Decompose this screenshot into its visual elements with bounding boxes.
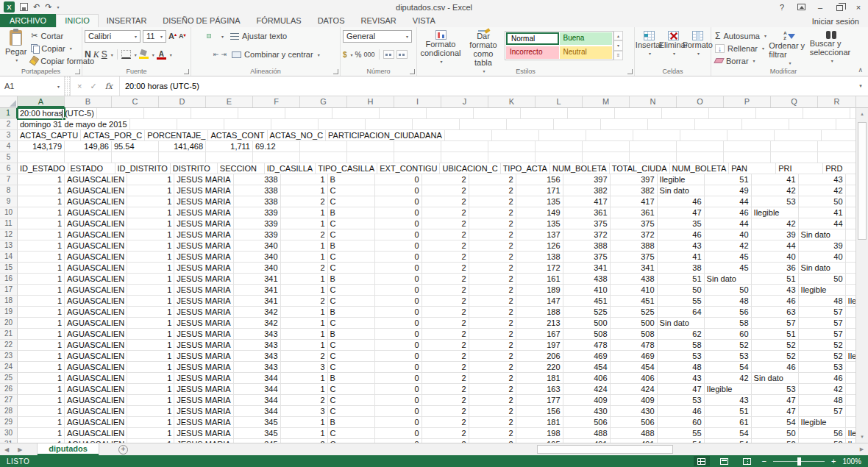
cell-C16[interactable]: 1 (127, 274, 174, 285)
cell-C27[interactable]: 1 (127, 395, 174, 406)
row-header-17[interactable]: 17 (0, 285, 18, 296)
cell-D27[interactable]: JESUS MARIA (174, 395, 233, 406)
tab-revisar[interactable]: REVISAR (353, 14, 405, 27)
redo-icon[interactable]: ↷ (45, 1, 51, 13)
cell-F25[interactable]: 1 (281, 373, 328, 384)
cell-D8[interactable]: JESUS MARIA (174, 185, 233, 196)
cell-E12[interactable]: 339 (234, 229, 281, 240)
cell-C19[interactable]: 1 (127, 307, 174, 318)
cell-I23[interactable]: 2 (422, 351, 469, 362)
cell-D16[interactable]: JESUS MARIA (174, 274, 233, 285)
column-header-H[interactable]: H (347, 96, 394, 107)
sheet-tab-diputados[interactable]: diputados (37, 443, 99, 455)
cell-B6[interactable]: ESTADO (68, 163, 115, 174)
cell-O21[interactable]: 60 (705, 329, 752, 340)
cell-M29[interactable]: 506 (611, 417, 658, 428)
row-header-26[interactable]: 26 (0, 384, 18, 395)
cell-Q28[interactable]: 57 (799, 406, 846, 417)
cell-J3[interactable] (586, 130, 633, 141)
cell-style-buena[interactable]: Buena (560, 32, 613, 45)
row-header-21[interactable]: 21 (0, 329, 18, 340)
cell-H16[interactable]: 0 (375, 274, 422, 285)
cell-L7[interactable]: 397 (563, 174, 611, 185)
cell-Q20[interactable]: 57 (799, 318, 846, 329)
cell-E9[interactable]: 338 (234, 196, 281, 207)
cell-H6[interactable]: EXT_CONTIGU (377, 163, 440, 174)
row-header-15[interactable]: 15 (0, 263, 18, 274)
cell-L2[interactable] (601, 119, 648, 130)
cell-A26[interactable]: 1 (18, 384, 65, 395)
cell-Q23[interactable]: 52 (799, 351, 846, 362)
cell-I1[interactable] (427, 108, 474, 119)
cell-E6[interactable]: SECCION (218, 163, 265, 174)
cell-A2[interactable]: domingo 31 de mayo de 2015 (18, 119, 130, 130)
cell-H4[interactable] (347, 141, 394, 152)
cell-E27[interactable]: 344 (234, 395, 281, 406)
cell-I22[interactable]: 2 (422, 340, 469, 351)
cell-H21[interactable]: 0 (375, 329, 422, 340)
cell-E18[interactable]: 341 (234, 296, 281, 307)
cell-O11[interactable]: 44 (705, 218, 752, 229)
cell-J15[interactable]: 2 (469, 263, 516, 274)
cell-F28[interactable]: 3 (281, 406, 328, 417)
cell-G27[interactable]: C (328, 395, 375, 406)
cell-R17[interactable]: 5 (846, 285, 855, 296)
font-size-select[interactable]: 11▾ (143, 30, 166, 43)
cell-N7[interactable]: Ilegible (658, 174, 705, 185)
cell-B2[interactable] (130, 119, 177, 130)
tab-archivo[interactable]: ARCHIVO (0, 14, 56, 27)
cell-C8[interactable]: 1 (127, 185, 174, 196)
cell-G15[interactable]: C (328, 263, 375, 274)
column-header-G[interactable]: G (300, 96, 347, 107)
cell-P14[interactable]: 40 (752, 252, 799, 263)
cell-P22[interactable]: 52 (752, 340, 799, 351)
cell-C30[interactable]: 1 (127, 428, 174, 439)
cell-H14[interactable]: 0 (375, 252, 422, 263)
cell-C7[interactable]: 1 (127, 174, 174, 185)
sort-filter-button[interactable]: AZ Ordenar y filtrar ▾ (769, 29, 809, 67)
cell-C12[interactable]: 1 (127, 229, 174, 240)
italic-button[interactable]: K (93, 49, 99, 60)
cell-B25[interactable]: AGUASCALIEN (65, 373, 127, 384)
cell-R23[interactable]: Ilegible (846, 351, 855, 362)
cell-H25[interactable]: 0 (375, 373, 422, 384)
cell-I6[interactable]: UBICACION_C (440, 163, 500, 174)
cell-C21[interactable]: 1 (127, 329, 174, 340)
cell-K7[interactable]: 156 (516, 174, 563, 185)
row-header-2[interactable]: 2 (0, 119, 18, 130)
cell-P9[interactable]: 53 (752, 196, 799, 207)
cell-L8[interactable]: 382 (563, 185, 611, 196)
cell-F24[interactable]: 3 (281, 362, 328, 373)
cell-N25[interactable]: 43 (658, 373, 705, 384)
cell-L16[interactable]: 438 (563, 274, 611, 285)
cell-D26[interactable]: JESUS MARIA (174, 384, 233, 395)
cell-L15[interactable]: 341 (563, 263, 611, 274)
cell-P11[interactable]: 42 (752, 218, 799, 229)
column-header-P[interactable]: P (724, 96, 771, 107)
cell-E30[interactable]: 345 (234, 428, 281, 439)
fill-color-icon[interactable] (139, 50, 149, 59)
cell-F30[interactable]: 1 (281, 428, 328, 439)
cell-R14[interactable]: 4 (846, 252, 855, 263)
cell-M21[interactable]: 508 (611, 329, 658, 340)
cell-M4[interactable] (583, 141, 630, 152)
cell-H28[interactable]: 0 (375, 406, 422, 417)
cell-H17[interactable]: 0 (375, 285, 422, 296)
cell-A8[interactable]: 1 (18, 185, 65, 196)
cell-Q21[interactable]: 57 (799, 329, 846, 340)
cell-K16[interactable]: 161 (516, 274, 563, 285)
cell-F17[interactable]: 1 (281, 285, 328, 296)
cell-P29[interactable]: 54 (752, 417, 799, 428)
borders-icon[interactable] (121, 50, 131, 59)
cell-P30[interactable]: 50 (752, 428, 799, 439)
cell-H29[interactable]: 0 (375, 417, 422, 428)
cell-I20[interactable]: 2 (422, 318, 469, 329)
cell-F3[interactable]: PARTICIPACION_CIUDADANA (326, 130, 445, 141)
row-header-9[interactable]: 9 (0, 196, 18, 207)
row-header-14[interactable]: 14 (0, 252, 18, 263)
cell-C6[interactable]: ID_DISTRITO (115, 163, 171, 174)
cell-O30[interactable]: 54 (705, 428, 752, 439)
cell-H30[interactable]: 0 (375, 428, 422, 439)
row-header-19[interactable]: 19 (0, 307, 18, 318)
cell-N18[interactable]: 55 (658, 296, 705, 307)
